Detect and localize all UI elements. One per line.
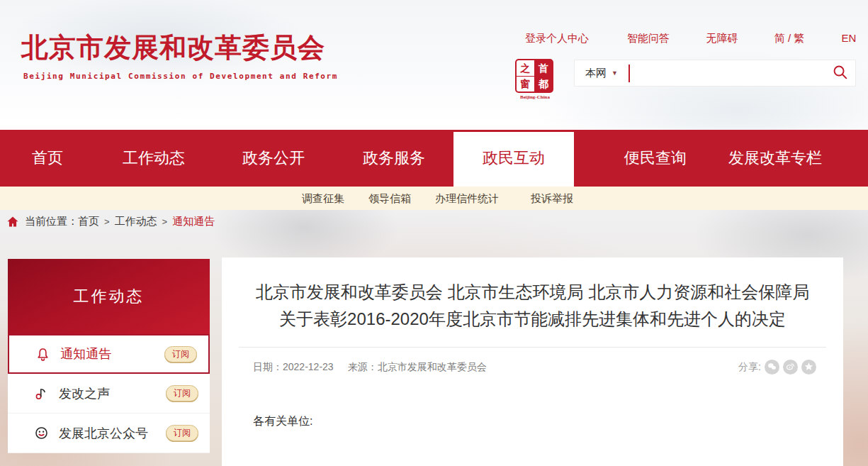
sidebar: 工作动态 通知通告 订阅 发改之声 订阅: [8, 259, 210, 453]
seal-grid: 之 首 窗 都: [515, 59, 553, 93]
seal-char: 之: [517, 60, 534, 76]
article-meta-left: 日期：2022-12-23来源：北京市发展和改革委员会: [253, 361, 487, 374]
share-weibo-button[interactable]: [783, 360, 798, 375]
sidebar-item-label: 发改之声: [59, 385, 166, 402]
site-header: 北京市发展和改革委员会 Beijing Municipal Commission…: [0, 0, 868, 130]
breadcrumb-separator: >: [162, 216, 168, 227]
main-nav: 首页 工作动态 政务公开 政务服务 政民互动 便民查询 发展改革专栏: [0, 130, 868, 187]
share-qzone-button[interactable]: [801, 360, 816, 375]
nav-item-home[interactable]: 首页: [32, 130, 63, 187]
nav-item-gov-services[interactable]: 政务服务: [363, 130, 425, 187]
sidebar-item-label: 发展北京公众号: [59, 425, 166, 442]
search-input[interactable]: [630, 60, 827, 86]
breadcrumb-item-work-news[interactable]: 工作动态: [115, 215, 157, 228]
sidebar-title: 工作动态: [8, 259, 210, 334]
article-date: 2022-12-23: [283, 361, 334, 372]
page: 北京市发展和改革委员会 Beijing Municipal Commission…: [0, 0, 868, 466]
wechat-share-icon: [767, 362, 777, 372]
breadcrumb-item-home[interactable]: 首页: [78, 215, 99, 228]
subscribe-button[interactable]: 订阅: [164, 346, 197, 362]
home-icon[interactable]: [7, 216, 18, 227]
sidebar-item-ndrc-voice[interactable]: 发改之声 订阅: [8, 374, 210, 414]
nav-item-gov-disclosure[interactable]: 政务公开: [242, 130, 305, 187]
date-label: 日期：: [253, 361, 283, 372]
nav-item-reform-special[interactable]: 发展改革专栏: [728, 130, 822, 187]
subscribe-button[interactable]: 订阅: [166, 425, 198, 441]
breadcrumb-label: 当前位置：: [25, 215, 78, 228]
breadcrumb-item-current[interactable]: 通知通告: [172, 215, 215, 228]
sub-nav: 调查征集 领导信箱 办理信件统计 投诉举报: [0, 187, 868, 210]
sidebar-item-wechat-account[interactable]: 发展北京公众号 订阅: [8, 414, 210, 453]
nav-item-work-news[interactable]: 工作动态: [123, 130, 185, 187]
music-note-icon: [33, 386, 49, 401]
search-scope-dropdown[interactable]: 本网 ▼: [585, 67, 618, 80]
share-label: 分享:: [738, 361, 761, 374]
share-wechat-button[interactable]: [765, 360, 779, 375]
article-body-first-line: 各有关单位:: [253, 414, 816, 429]
top-link-simplified-traditional[interactable]: 简 / 繁: [774, 32, 805, 45]
star-share-icon: [804, 362, 813, 372]
seal-char: 窗: [517, 77, 534, 92]
breadcrumb: 当前位置： 首页 > 工作动态 > 通知通告: [7, 215, 215, 228]
search-scope-label: 本网: [585, 67, 607, 80]
subnav-item-letter-stats[interactable]: 办理信件统计: [435, 187, 499, 210]
search-box: 本网 ▼: [574, 60, 856, 87]
search-icon: [832, 64, 848, 82]
article-source: 北京市发展和改革委员会: [378, 361, 487, 372]
seal-caption: Beijing-China: [515, 94, 555, 100]
search-button[interactable]: [827, 60, 852, 86]
subnav-item-complaint[interactable]: 投诉举报: [531, 187, 573, 210]
chevron-down-icon: ▼: [611, 70, 618, 77]
subnav-item-survey[interactable]: 调查征集: [302, 187, 344, 210]
sidebar-item-label: 通知通告: [60, 345, 164, 362]
article-panel: 北京市发展和改革委员会 北京市生态环境局 北京市人力资源和社会保障局关于表彰20…: [222, 257, 843, 466]
share-bar: 分享:: [738, 360, 816, 375]
article-title: 北京市发展和改革委员会 北京市生态环境局 北京市人力资源和社会保障局关于表彰20…: [249, 279, 816, 333]
nav-item-public-interaction-active[interactable]: 政民互动: [453, 132, 574, 187]
site-subtitle: Beijing Municipal Commission of Developm…: [23, 72, 338, 81]
top-link-english[interactable]: EN: [842, 32, 857, 44]
source-label: 来源：: [348, 361, 378, 372]
top-link-accessibility[interactable]: 无障碍: [706, 32, 738, 45]
sidebar-item-notices[interactable]: 通知通告 订阅: [8, 334, 210, 374]
breadcrumb-separator: >: [104, 216, 110, 227]
top-link-smart-qa[interactable]: 智能问答: [627, 32, 670, 45]
subscribe-button[interactable]: 订阅: [166, 385, 198, 401]
nav-item-convenience-query[interactable]: 便民查询: [624, 130, 687, 187]
wechat-icon: [33, 426, 49, 441]
site-title[interactable]: 北京市发展和改革委员会: [21, 30, 325, 66]
divider: [239, 347, 826, 348]
seal-char: 首: [535, 60, 553, 76]
subnav-item-leader-mailbox[interactable]: 领导信箱: [368, 187, 411, 210]
bell-icon: [35, 346, 50, 362]
top-link-login[interactable]: 登录个人中心: [525, 32, 589, 45]
seal-char: 都: [535, 77, 553, 92]
weibo-share-icon: [786, 362, 795, 372]
article-meta: 日期：2022-12-23来源：北京市发展和改革委员会 分享:: [253, 360, 816, 375]
capital-window-seal-logo[interactable]: 之 首 窗 都 Beijing-China: [515, 59, 555, 100]
